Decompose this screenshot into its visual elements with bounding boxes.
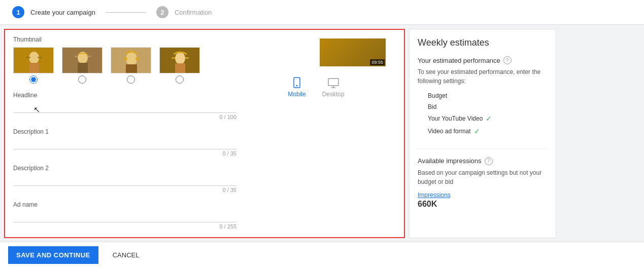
svg-rect-3 [26, 57, 30, 58]
step-divider [106, 12, 146, 13]
thumb-item-4[interactable] [159, 47, 200, 84]
bullet-budget: Budget [428, 91, 548, 102]
preview-section: 09:55 Mobile [236, 36, 396, 238]
impressions-title: Available impressions ? [418, 157, 548, 165]
youtube-video-check: ✓ [486, 112, 492, 125]
bullet-youtube-video: Your YouTube Video ✓ [428, 112, 548, 125]
adname-group: Ad name 0 / 255 [13, 201, 236, 229]
description1-label: Description 1 [13, 128, 236, 135]
svg-rect-4 [38, 57, 42, 58]
preview-tabs: Mobile Desktop [288, 76, 344, 98]
form-section: Thumbnail [13, 36, 236, 238]
description2-counter: 0 / 35 [13, 187, 236, 193]
save-continue-button[interactable]: SAVE AND CONTINUE [8, 246, 98, 264]
svg-point-13 [123, 57, 127, 61]
description2-label: Description 2 [13, 165, 236, 172]
impressions-section: Available impressions ? Based on your ca… [418, 157, 548, 209]
estimated-performance-title: Your estimated performance ? [418, 56, 548, 64]
description1-counter: 0 / 35 [13, 150, 236, 157]
svg-rect-19 [185, 57, 189, 59]
bullet-bid: Bid [428, 102, 548, 113]
video-format-check: ✓ [474, 125, 480, 138]
svg-rect-17 [175, 63, 185, 73]
headline-input[interactable] [13, 101, 236, 113]
tab-desktop-label: Desktop [322, 91, 345, 98]
description1-group: Description 1 0 / 35 [13, 128, 236, 157]
video-time-badge: 09:55 [370, 59, 385, 65]
thumb-radio-4[interactable] [176, 75, 184, 84]
tab-desktop[interactable]: Desktop [322, 76, 345, 98]
adname-counter: 0 / 255 [13, 223, 236, 229]
performance-bullets: Budget Bid Your YouTube Video ✓ Video ad… [418, 91, 548, 138]
svg-point-14 [135, 57, 140, 61]
step2-label: Confirmation [175, 9, 212, 16]
cancel-button[interactable]: CANCEL [105, 246, 148, 264]
performance-desc: To see your estimated performance, enter… [418, 67, 548, 86]
tab-mobile[interactable]: Mobile [288, 76, 306, 98]
cursor-icon: ↖ [33, 105, 40, 114]
thumb-radio-2[interactable] [78, 75, 86, 84]
bottom-bar: SAVE AND CONTINUE CANCEL [0, 242, 644, 268]
svg-rect-12 [126, 64, 137, 73]
thumb-radio-3[interactable] [127, 75, 135, 84]
thumb-img-2 [62, 47, 103, 73]
headline-group: Headline ↖ 0 / 100 [13, 92, 236, 120]
right-panel: Weekly estimates Your estimated performa… [409, 29, 556, 238]
svg-point-11 [126, 52, 137, 65]
bullet-video-format: Video ad format ✓ [428, 125, 548, 138]
svg-rect-9 [88, 56, 91, 57]
svg-rect-2 [29, 63, 39, 73]
description1-input[interactable] [13, 137, 236, 149]
weekly-title: Weekly estimates [418, 37, 548, 48]
impressions-help-icon[interactable]: ? [485, 157, 493, 165]
svg-rect-7 [78, 63, 88, 73]
impressions-desc: Based on your campaign settings but not … [418, 168, 548, 186]
thumb-item-2[interactable] [62, 47, 103, 84]
thumbnail-label: Thumbnail [13, 36, 236, 43]
step1-circle: 1 [12, 6, 24, 18]
mobile-icon [291, 76, 303, 89]
left-panel: Thumbnail [4, 29, 405, 238]
thumb-img-4 [159, 47, 200, 73]
description2-input[interactable] [13, 174, 236, 186]
stepper: 1 Create your campaign 2 Confirmation [0, 0, 644, 25]
svg-point-21 [296, 85, 297, 87]
main-layout: Thumbnail [0, 25, 644, 242]
headline-label: Headline [13, 92, 236, 99]
thumbnail-row [13, 47, 236, 84]
tab-mobile-label: Mobile [288, 91, 306, 98]
step2-circle: 2 [156, 6, 168, 18]
thumb-img-3 [111, 47, 151, 73]
headline-counter: 0 / 100 [13, 114, 236, 120]
thumb-radio-1[interactable] [29, 75, 38, 84]
performance-help-icon[interactable]: ? [503, 56, 512, 64]
adname-label: Ad name [13, 201, 236, 208]
thumb-item-3[interactable] [111, 47, 151, 84]
thumbnail-section: Thumbnail [13, 36, 236, 84]
thumb-item-1[interactable] [13, 47, 54, 84]
description2-group: Description 2 0 / 35 [13, 165, 236, 193]
adname-input[interactable] [13, 210, 236, 222]
step1-label: Create your campaign [30, 9, 95, 16]
svg-rect-8 [75, 56, 78, 57]
panel-inner: Thumbnail [13, 36, 396, 238]
svg-rect-18 [172, 57, 175, 59]
impressions-value: 660K [418, 200, 548, 209]
svg-rect-22 [328, 79, 338, 86]
estimated-performance-section: Your estimated performance ? To see your… [418, 56, 548, 138]
desktop-icon [327, 76, 340, 89]
thumb-img-1 [13, 47, 54, 73]
impressions-link[interactable]: Impressions [418, 192, 548, 199]
svg-point-16 [175, 52, 185, 64]
